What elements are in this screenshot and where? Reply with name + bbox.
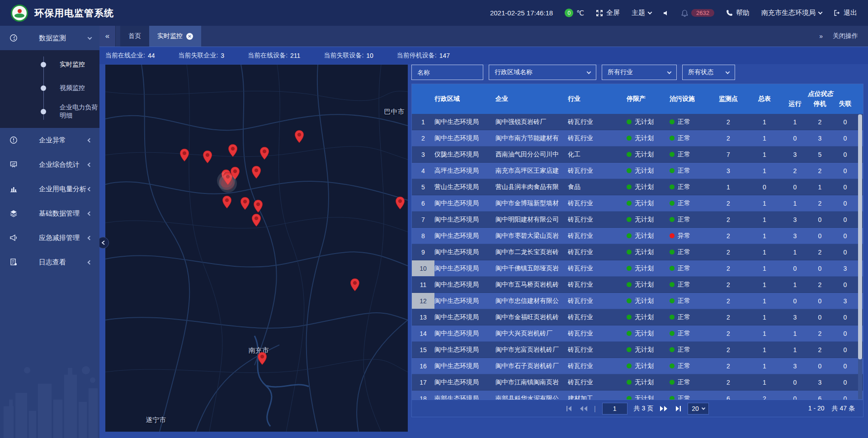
table-row[interactable]: 17阆中生态环境局阆中市江南镇阆南页岩砖瓦行业无计划正常21030 bbox=[412, 374, 863, 391]
tabs-scroll-left-button[interactable]: « bbox=[99, 26, 116, 47]
cell-industry: 砖瓦行业 bbox=[568, 130, 627, 146]
map-marker-pin[interactable] bbox=[253, 199, 263, 213]
table-row[interactable]: 3仪陇生态环境局西南油气田分公司川中化工无计划正常71350 bbox=[412, 146, 863, 163]
notifications[interactable]: 2632 bbox=[681, 9, 714, 17]
help-button[interactable]: 帮助 bbox=[726, 9, 750, 17]
status-dot-green bbox=[627, 282, 632, 287]
cell-facility: 正常 bbox=[670, 163, 710, 179]
sidebar-item-emergency-reduction[interactable]: 应急减排管理 bbox=[0, 226, 99, 250]
sidebar-item-video-monitoring[interactable]: 视频监控 bbox=[0, 76, 99, 100]
sidebar-item-power-load-detail[interactable]: 企业电力负荷明细 bbox=[0, 100, 99, 123]
sidebar-item-enterprise-anomaly[interactable]: 企业异常 bbox=[0, 128, 99, 152]
table-row[interactable]: 16阆中生态环境局阆中市石子页岩机砖厂砖瓦行业无计划正常21300 bbox=[412, 358, 863, 374]
map-marker-pin[interactable] bbox=[251, 213, 261, 227]
map-marker-pin[interactable] bbox=[259, 146, 269, 160]
last-page-button[interactable] bbox=[674, 406, 681, 411]
chevron-down-icon bbox=[726, 70, 730, 74]
map-marker-pin[interactable] bbox=[257, 352, 267, 365]
industry-select[interactable]: 所有行业 bbox=[602, 65, 677, 80]
page-size-select[interactable]: 20 bbox=[688, 403, 709, 414]
cell-stop: 1 bbox=[807, 179, 832, 195]
first-page-button[interactable] bbox=[566, 406, 573, 411]
page-number-input[interactable]: 1 bbox=[602, 403, 627, 414]
status-dot-green bbox=[627, 152, 632, 157]
map-marker-pin[interactable] bbox=[203, 150, 212, 164]
table-row[interactable]: 15阆中生态环境局阆中市光富页岩机砖厂砖瓦行业无计划正常21120 bbox=[412, 342, 863, 358]
col-run: 运行 bbox=[783, 100, 807, 108]
col-monitor: 监测点 bbox=[710, 84, 746, 114]
logout-button[interactable]: 退出 bbox=[834, 9, 857, 17]
tab-realtime-monitoring[interactable]: 实时监控 ✕ bbox=[149, 26, 201, 47]
tabs-scroll-right-button[interactable]: » bbox=[819, 33, 823, 40]
map-marker-pin[interactable] bbox=[240, 197, 250, 210]
map-marker-pin[interactable] bbox=[350, 278, 360, 292]
scrollbar-thumb[interactable] bbox=[858, 114, 862, 359]
cell-run: 0 bbox=[783, 374, 807, 390]
cell-enterprise: 阆中市江南镇阆南页岩 bbox=[495, 374, 568, 390]
table-scrollbar[interactable] bbox=[858, 114, 862, 399]
fullscreen-button[interactable]: 全屏 bbox=[596, 9, 620, 17]
row-index: 6 bbox=[412, 195, 434, 211]
status-select[interactable]: 所有状态 bbox=[682, 65, 735, 80]
cell-lost: 0 bbox=[832, 309, 858, 325]
table-row[interactable]: 2阆中生态环境局阆中市南方节能建材有砖瓦行业无计划正常21030 bbox=[412, 130, 863, 146]
table-row[interactable]: 13阆中生态环境局阆中市金福旺页岩机砖砖瓦行业无计划正常21300 bbox=[412, 309, 863, 325]
table-row[interactable]: 1阆中生态环境局阆中强锐页岩砖厂砖瓦行业无计划正常21120 bbox=[412, 114, 863, 130]
table-row[interactable]: 6阆中生态环境局阆中市金博瑞新型墙材砖瓦行业无计划正常21120 bbox=[412, 195, 863, 212]
map-marker-pin[interactable] bbox=[223, 172, 233, 185]
table-row[interactable]: 5营山生态环境局营山县润丰肉食品有限食品无计划正常10010 bbox=[412, 179, 863, 195]
cell-limit: 无计划 bbox=[627, 114, 670, 130]
map-marker-pin[interactable] bbox=[395, 196, 405, 210]
close-operations-button[interactable]: 关闭操作 bbox=[833, 32, 858, 40]
cell-stop: 0 bbox=[807, 228, 832, 244]
sidebar-item-enterprise-statistics[interactable]: 企业综合统计 bbox=[0, 152, 99, 177]
close-tab-icon[interactable]: ✕ bbox=[186, 33, 193, 40]
status-dot-green bbox=[627, 250, 632, 254]
map-marker-pin[interactable] bbox=[228, 144, 238, 157]
next-page-button[interactable] bbox=[660, 406, 668, 411]
cell-monitor: 2 bbox=[710, 277, 746, 292]
sidebar-item-base-data-management[interactable]: 基础数据管理 bbox=[0, 201, 99, 226]
table-row[interactable]: 18南部生态环境局南部县科华水泥有限公建材加工无计划正常62060 bbox=[412, 391, 863, 400]
cell-facility: 正常 bbox=[670, 325, 710, 341]
sidebar-item-realtime-monitoring[interactable]: 实时监控 bbox=[0, 53, 99, 76]
name-filter-field[interactable] bbox=[411, 65, 483, 80]
table-row[interactable]: 7阆中生态环境局阆中明阳建材有限公司砖瓦行业无计划正常21300 bbox=[412, 212, 863, 228]
organization-dropdown[interactable]: 南充市生态环境局 bbox=[761, 9, 822, 17]
cell-region: 阆中生态环境局 bbox=[434, 244, 495, 260]
mute-button[interactable] bbox=[663, 10, 670, 16]
table-row[interactable]: 10阆中生态环境局阆中千佛镇五郎垭页岩砖瓦行业无计划正常21003 bbox=[412, 260, 863, 277]
tab-home[interactable]: 首页 bbox=[120, 26, 149, 47]
map-marker-pin[interactable] bbox=[251, 165, 261, 179]
region-select[interactable]: 行政区域名称 bbox=[489, 65, 596, 80]
table-row[interactable]: 11阆中生态环境局阆中市五马桥页岩机砖砖瓦行业无计划正常21120 bbox=[412, 277, 863, 293]
temperature-badge: 0 bbox=[565, 9, 573, 17]
name-filter-input[interactable] bbox=[417, 69, 477, 76]
status-dot-green bbox=[627, 331, 632, 336]
cell-run: 0 bbox=[783, 293, 807, 309]
cell-meter: 1 bbox=[746, 277, 783, 292]
cell-meter: 1 bbox=[746, 309, 783, 325]
status-dot-green bbox=[627, 184, 632, 189]
cell-stop: 5 bbox=[807, 146, 832, 162]
map-marker-pin[interactable] bbox=[222, 195, 232, 209]
table-row[interactable]: 12阆中生态环境局阆中市忠信建材有限公砖瓦行业无计划正常21003 bbox=[412, 293, 863, 309]
row-index: 17 bbox=[412, 374, 434, 390]
map-marker-pin[interactable] bbox=[179, 148, 189, 162]
status-dot-green bbox=[670, 168, 675, 173]
cell-facility: 正常 bbox=[670, 374, 710, 390]
sidebar-item-power-usage-analysis[interactable]: 企业用电量分析 bbox=[0, 177, 99, 201]
previous-page-button[interactable] bbox=[580, 406, 588, 411]
sidebar-item-data-monitoring[interactable]: 数据监测 bbox=[0, 26, 99, 50]
table-row[interactable]: 14阆中生态环境局阆中大兴页岩机砖厂砖瓦行业无计划正常21120 bbox=[412, 325, 863, 342]
sidebar-item-log-view[interactable]: 日志查看 bbox=[0, 250, 99, 274]
status-dot-green bbox=[670, 363, 675, 368]
map-panel[interactable]: 巴中市南充市遂宁市 bbox=[105, 65, 408, 432]
cell-stop: 0 bbox=[807, 293, 832, 309]
theme-dropdown[interactable]: 主题 bbox=[632, 9, 651, 17]
table-row[interactable]: 8阆中生态环境局阆中市枣碧大梁山页岩砖瓦行业无计划异常21300 bbox=[412, 228, 863, 244]
table-row[interactable]: 9阆中生态环境局阆中市二龙长宝页岩砖砖瓦行业无计划正常21120 bbox=[412, 244, 863, 260]
map-marker-pin[interactable] bbox=[294, 130, 304, 143]
table-row[interactable]: 4高坪生态环境局南充市高坪区王家店建砖瓦行业无计划正常31220 bbox=[412, 163, 863, 179]
cell-region: 阆中生态环境局 bbox=[434, 293, 495, 309]
